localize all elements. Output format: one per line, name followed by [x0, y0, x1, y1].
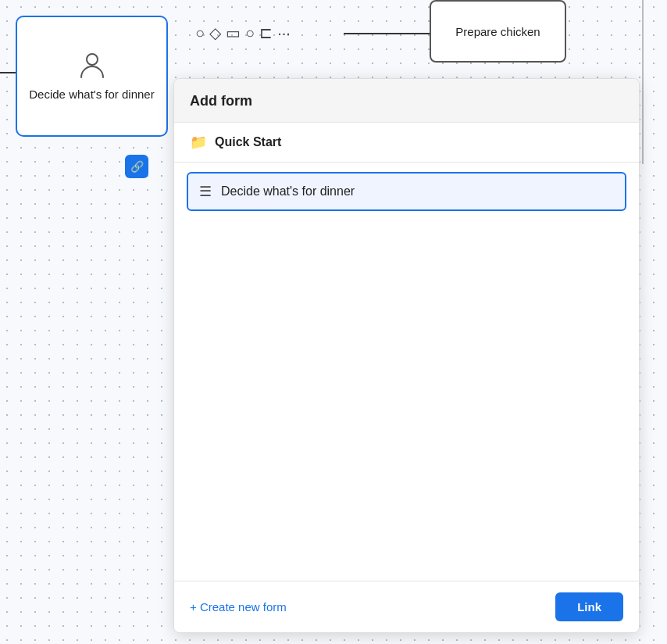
- create-new-form-button[interactable]: + Create new form: [190, 596, 287, 618]
- svg-point-0: [87, 54, 98, 65]
- add-form-panel: Add form 📁 Quick Start ☰ Decide what's f…: [173, 78, 640, 633]
- panel-header: Add form: [174, 79, 639, 123]
- person-icon: [77, 51, 107, 80]
- arrow-prepare: [344, 30, 436, 38]
- form-item-label: Decide what's for dinner: [221, 184, 355, 199]
- prepare-node-label: Prepare chicken: [455, 25, 540, 38]
- panel-footer: + Create new form Link: [174, 581, 639, 632]
- form-list: ☰ Decide what's for dinner: [174, 163, 639, 581]
- rect-shape[interactable]: ▭: [226, 23, 241, 42]
- diamond-shape[interactable]: ◇: [209, 23, 221, 42]
- folder-icon: 📁: [190, 134, 207, 151]
- step-shape[interactable]: ⊏: [259, 23, 273, 42]
- quick-start-section: 📁 Quick Start: [174, 123, 639, 163]
- circle2-shape[interactable]: ○: [245, 24, 255, 42]
- decide-node-label: Decide what's for dinner: [29, 87, 154, 102]
- link-icon: 🔗: [130, 160, 144, 173]
- dots-shape[interactable]: ···: [277, 24, 291, 42]
- shape-toolbar: ○ ◇ ▭ ○ ⊏ ···: [195, 23, 291, 42]
- link-button[interactable]: Link: [555, 592, 623, 621]
- link-badge[interactable]: 🔗: [125, 155, 148, 178]
- quick-start-label: Quick Start: [215, 135, 281, 149]
- form-list-item[interactable]: ☰ Decide what's for dinner: [187, 172, 626, 211]
- vertical-divider: [642, 0, 644, 164]
- node-prepare[interactable]: Prepare chicken: [430, 0, 566, 63]
- node-decide[interactable]: Decide what's for dinner: [16, 16, 168, 137]
- panel-title: Add form: [190, 93, 252, 109]
- circle-shape[interactable]: ○: [195, 24, 205, 42]
- list-icon: ☰: [199, 183, 212, 200]
